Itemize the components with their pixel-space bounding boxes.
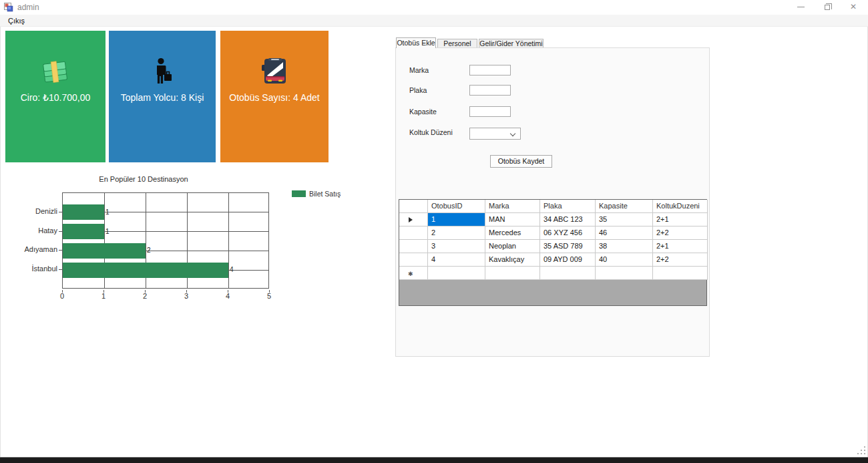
- table-cell[interactable]: 3: [428, 240, 485, 253]
- table-cell[interactable]: 35 ASD 789: [540, 240, 596, 253]
- table-cell[interactable]: 2+2: [653, 226, 708, 240]
- row-header[interactable]: [399, 240, 428, 253]
- kapasite-label: Kapasite: [409, 108, 437, 116]
- minimize-button[interactable]: [789, 0, 812, 15]
- table-cell[interactable]: 1: [428, 213, 485, 226]
- x-axis-label: 1: [93, 292, 114, 300]
- current-row-arrow-icon: [409, 217, 413, 222]
- taskbar[interactable]: [0, 457, 868, 463]
- y-axis-tick: [59, 212, 62, 212]
- app-icon: [4, 3, 13, 12]
- table-cell[interactable]: 2: [428, 226, 485, 240]
- column-header-Plaka[interactable]: Plaka: [540, 200, 596, 213]
- table-cell[interactable]: 38: [596, 240, 653, 253]
- tile-revenue-label: Ciro: ₺10.700,00: [5, 92, 105, 103]
- koltuk-duzeni-select[interactable]: [469, 128, 521, 140]
- money-stack-icon: [5, 56, 105, 87]
- bus-icon: [220, 56, 329, 87]
- otobus-kaydet-button[interactable]: Otobüs Kaydet: [490, 155, 552, 168]
- new-row-cell[interactable]: [596, 267, 653, 280]
- new-row-cell[interactable]: [540, 267, 596, 280]
- tab-gelir-gider-yonetimi[interactable]: Gelir/Gider Yönetimi: [479, 39, 544, 47]
- x-axis-label: 3: [176, 292, 196, 300]
- new-row-asterisk-icon: ✱: [408, 268, 413, 280]
- x-axis-tick: [228, 290, 228, 293]
- chevron-down-icon: [510, 131, 515, 136]
- bar-Hatay: [63, 224, 104, 239]
- y-axis-tick: [59, 269, 62, 270]
- table-cell[interactable]: 34 ABC 123: [540, 213, 596, 226]
- marka-input[interactable]: [469, 65, 511, 75]
- y-axis-tick: [59, 231, 62, 232]
- bar-value-label: 1: [105, 208, 110, 216]
- tab-otobus-ekle[interactable]: Otobüs Ekle: [396, 37, 436, 48]
- bar-value-label: 4: [230, 266, 234, 274]
- tile-revenue: Ciro: ₺10.700,00: [5, 31, 105, 162]
- table-cell[interactable]: 09 AYD 009: [540, 253, 596, 267]
- window-title: admin: [17, 3, 39, 12]
- column-header-Marka[interactable]: Marka: [485, 200, 540, 213]
- table-cell[interactable]: MAN: [485, 213, 540, 226]
- marka-label: Marka: [409, 66, 429, 74]
- grid-empty-area: [399, 280, 706, 305]
- x-axis-label: 4: [218, 292, 238, 300]
- table-cell[interactable]: 06 XYZ 456: [540, 226, 596, 240]
- table-cell[interactable]: 35: [596, 213, 653, 226]
- minimize-icon: [797, 7, 805, 7]
- x-axis-tick: [186, 290, 187, 293]
- new-row-cell[interactable]: [428, 267, 485, 280]
- menu-item-cikis[interactable]: Çıkış: [6, 17, 27, 25]
- y-axis-label: Adıyaman: [12, 245, 57, 253]
- table-cell[interactable]: Kavaklıçay: [485, 253, 540, 267]
- legend-swatch: [292, 190, 306, 197]
- tile-passengers-label: Toplam Yolcu: 8 Kişi: [109, 92, 216, 103]
- table-cell[interactable]: 2+1: [653, 213, 708, 226]
- table-cell[interactable]: Neoplan: [485, 240, 540, 253]
- column-header-OtobusID[interactable]: OtobusID: [428, 200, 485, 213]
- table-cell[interactable]: Mercedes: [485, 226, 540, 240]
- table-cell[interactable]: 4: [428, 253, 485, 267]
- column-header-KoltukDuzeni[interactable]: KoltukDuzeni: [653, 200, 708, 213]
- bus-data-grid: OtobusIDMarkaPlakaKapasiteKoltukDuzeni1M…: [399, 199, 707, 306]
- bar-value-label: 2: [147, 247, 151, 255]
- new-row-cell[interactable]: [653, 267, 708, 280]
- tile-bus-count-label: Otobüs Sayısı: 4 Adet: [220, 92, 329, 103]
- y-axis-label: Hatay: [12, 226, 57, 235]
- x-axis-label: 0: [52, 292, 72, 300]
- table-cell[interactable]: 46: [596, 226, 653, 240]
- close-button[interactable]: ✕: [843, 0, 865, 15]
- restore-button[interactable]: [816, 0, 839, 15]
- x-axis-tick: [103, 290, 104, 293]
- plaka-label: Plaka: [409, 86, 427, 94]
- passenger-icon: [109, 56, 216, 87]
- new-row-cell[interactable]: [485, 267, 540, 280]
- row-header[interactable]: [399, 253, 428, 267]
- legend-label: Bilet Satış: [309, 190, 341, 198]
- new-row-header[interactable]: ✱: [399, 267, 428, 280]
- chart-title: En Popüler 10 Destinasyon: [47, 175, 240, 183]
- y-axis-label: Denizli: [12, 207, 57, 215]
- row-header[interactable]: [399, 226, 428, 240]
- bar-value-label: 1: [105, 228, 110, 236]
- restore-icon: [825, 5, 830, 10]
- row-header[interactable]: [399, 213, 428, 226]
- x-axis-label: 2: [135, 292, 155, 300]
- tab-personel-ekle[interactable]: Personel Ekle: [437, 39, 477, 47]
- titlebar: admin ✕: [0, 0, 868, 15]
- tile-bus-count: Otobüs Sayısı: 4 Adet: [220, 31, 329, 162]
- table-cell[interactable]: 40: [596, 253, 653, 267]
- chart-plot-area: 1124: [62, 192, 269, 289]
- tile-passengers: Toplam Yolcu: 8 Kişi: [109, 31, 216, 162]
- x-axis-label: 5: [259, 292, 279, 300]
- x-axis-tick: [145, 290, 146, 293]
- plaka-input[interactable]: [469, 85, 511, 96]
- kapasite-input[interactable]: [469, 106, 511, 117]
- x-axis-tick: [62, 290, 63, 293]
- bar-İstanbul: [63, 263, 228, 278]
- table-cell[interactable]: 2+1: [653, 240, 708, 253]
- table-cell[interactable]: 2+2: [653, 253, 708, 267]
- close-icon: ✕: [850, 2, 857, 11]
- resize-grip[interactable]: [857, 446, 866, 455]
- grid-corner-header: [399, 200, 428, 213]
- column-header-Kapasite[interactable]: Kapasite: [596, 200, 653, 213]
